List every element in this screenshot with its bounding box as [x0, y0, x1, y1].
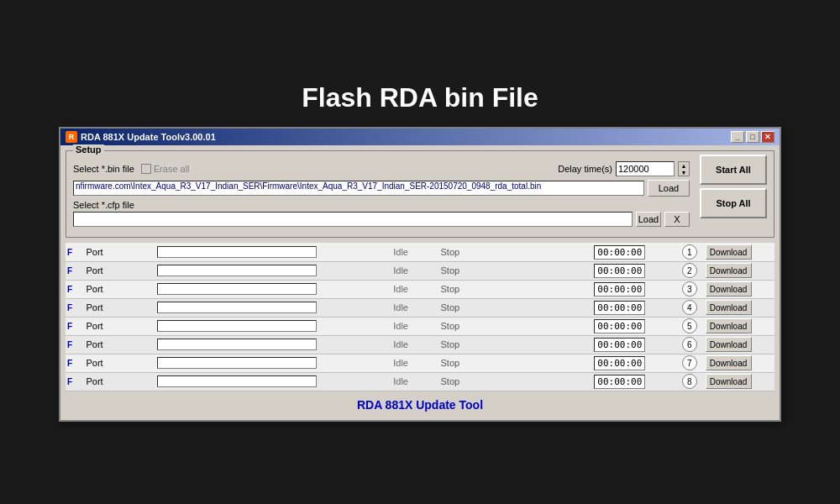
port-download-7[interactable]: Download: [704, 354, 774, 372]
action-buttons: Start All Stop All: [700, 155, 767, 218]
port-download-1[interactable]: Download: [704, 243, 774, 261]
table-row: F Port Idle Stop 00:00:00 3 Download: [66, 280, 774, 298]
port-status-2: Idle: [391, 261, 438, 280]
port-progress-1: [155, 243, 391, 261]
minimize-button[interactable]: _: [731, 131, 744, 143]
table-row: F Port Idle Stop 00:00:00 6 Download: [66, 335, 774, 354]
port-stop-text-8: Stop: [438, 372, 592, 391]
download-button-5[interactable]: Download: [706, 318, 752, 333]
port-flag-7: F: [66, 354, 85, 372]
erase-all-checkbox[interactable]: [141, 164, 151, 174]
port-stop-text-7: Stop: [438, 354, 592, 372]
port-time-4: 00:00:00: [592, 298, 675, 317]
download-button-7[interactable]: Download: [706, 355, 752, 370]
window-title: RDA 881X Update Toolv3.00.01: [81, 132, 216, 142]
application-window: R RDA 881X Update Toolv3.00.01 _ □ ✕ Set…: [59, 127, 781, 422]
port-time-5: 00:00:00: [592, 317, 675, 335]
setup-group: Setup Select *.bin file Erase all Delay …: [66, 150, 774, 238]
port-progress-3: [155, 280, 391, 298]
port-name-1: Port: [85, 243, 155, 261]
table-row: F Port Idle Stop 00:00:00 1 Download: [66, 243, 774, 261]
port-progress-8: [155, 372, 391, 391]
page-title: Flash RDA bin File: [302, 82, 538, 113]
port-download-2[interactable]: Download: [704, 261, 774, 280]
progress-bar-7: [157, 357, 317, 369]
port-download-8[interactable]: Download: [704, 372, 774, 391]
port-download-5[interactable]: Download: [704, 317, 774, 335]
download-button-3[interactable]: Download: [706, 281, 752, 297]
port-stop-text-4: Stop: [438, 298, 592, 317]
setup-main-row: Select *.bin file Erase all Delay time(s…: [73, 155, 767, 230]
port-status-6: Idle: [391, 335, 438, 354]
port-flag-3: F: [66, 280, 85, 298]
port-time-7: 00:00:00: [592, 354, 675, 372]
setup-legend: Setup: [73, 144, 104, 155]
port-status-7: Idle: [391, 354, 438, 372]
port-download-6[interactable]: Download: [704, 335, 774, 354]
download-button-2[interactable]: Download: [706, 263, 752, 278]
port-flag-8: F: [66, 372, 85, 391]
port-flag-4: F: [66, 298, 85, 317]
port-num-8: 8: [675, 372, 704, 391]
download-button-4[interactable]: Download: [706, 300, 752, 315]
cfp-label: Select *.cfp file: [73, 200, 690, 210]
stop-all-button[interactable]: Stop All: [700, 188, 767, 218]
delay-input[interactable]: [616, 161, 675, 176]
load-bin-button[interactable]: Load: [648, 180, 690, 197]
port-progress-2: [155, 261, 391, 280]
delay-spinner[interactable]: ▲ ▼: [678, 161, 690, 176]
port-status-5: Idle: [391, 317, 438, 335]
spin-up-icon[interactable]: ▲: [679, 162, 689, 169]
port-status-8: Idle: [391, 372, 438, 391]
window-body: Setup Select *.bin file Erase all Delay …: [60, 145, 780, 420]
load-cfp-button[interactable]: Load: [636, 212, 661, 227]
port-num-4: 4: [675, 298, 704, 317]
port-progress-5: [155, 317, 391, 335]
port-num-7: 7: [675, 354, 704, 372]
bin-label: Select *.bin file: [73, 164, 134, 174]
port-flag-2: F: [66, 261, 85, 280]
progress-bar-8: [157, 375, 317, 387]
port-progress-4: [155, 298, 391, 317]
port-stop-text-2: Stop: [438, 261, 592, 280]
progress-bar-4: [157, 302, 317, 313]
delay-area: Delay time(s) ▲ ▼: [558, 161, 690, 176]
download-button-8[interactable]: Download: [706, 374, 752, 389]
port-name-8: Port: [85, 372, 155, 391]
port-status-3: Idle: [391, 280, 438, 298]
title-bar-left: R RDA 881X Update Toolv3.00.01: [66, 131, 216, 143]
port-progress-6: [155, 335, 391, 354]
download-button-6[interactable]: Download: [706, 337, 752, 352]
port-num-6: 6: [675, 335, 704, 354]
x-cfp-button[interactable]: X: [664, 212, 690, 227]
port-download-3[interactable]: Download: [704, 280, 774, 298]
title-bar: R RDA 881X Update Toolv3.00.01 _ □ ✕: [60, 129, 780, 145]
close-button[interactable]: ✕: [761, 131, 774, 143]
progress-bar-2: [157, 265, 317, 276]
delay-label: Delay time(s): [558, 164, 612, 174]
port-num-5: 5: [675, 317, 704, 335]
port-name-2: Port: [85, 261, 155, 280]
port-status-4: Idle: [391, 298, 438, 317]
progress-bar-3: [157, 283, 317, 295]
table-row: F Port Idle Stop 00:00:00 7 Download: [66, 354, 774, 372]
port-status-1: Idle: [391, 243, 438, 261]
maximize-button[interactable]: □: [746, 131, 759, 143]
table-row: F Port Idle Stop 00:00:00 5 Download: [66, 317, 774, 335]
port-stop-text-3: Stop: [438, 280, 592, 298]
erase-all-area[interactable]: Erase all: [141, 164, 190, 174]
app-icon: R: [66, 131, 77, 143]
port-table: F Port Idle Stop 00:00:00 1 Download F P…: [66, 243, 774, 391]
port-flag-6: F: [66, 335, 85, 354]
start-all-button[interactable]: Start All: [700, 155, 767, 185]
port-download-4[interactable]: Download: [704, 298, 774, 317]
bin-file-row: nfirmware.com\Intex_Aqua_R3_V17_Indian_S…: [73, 180, 690, 197]
bin-file-input[interactable]: nfirmware.com\Intex_Aqua_R3_V17_Indian_S…: [73, 181, 644, 196]
port-name-4: Port: [85, 298, 155, 317]
progress-bar-6: [157, 339, 317, 350]
port-stop-text-5: Stop: [438, 317, 592, 335]
download-button-1[interactable]: Download: [706, 244, 752, 260]
port-time-3: 00:00:00: [592, 280, 675, 298]
spin-down-icon[interactable]: ▼: [679, 169, 689, 176]
cfp-file-input[interactable]: [73, 212, 633, 227]
